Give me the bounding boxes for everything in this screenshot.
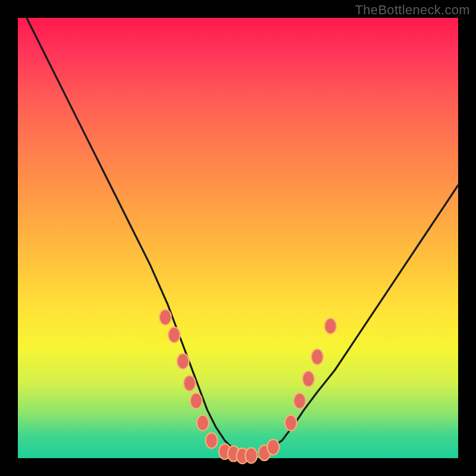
marker-dot: [311, 349, 323, 365]
marker-dot: [184, 375, 196, 391]
marker-dot: [190, 393, 202, 409]
marker-dot: [197, 415, 209, 431]
marker-dot: [324, 318, 336, 334]
plot-area: [18, 18, 458, 458]
marker-dot: [302, 371, 314, 387]
curve-svg: [18, 18, 458, 458]
chart-frame: TheBottleneck.com: [0, 0, 476, 476]
highlight-dots: [159, 309, 337, 464]
marker-dot: [177, 353, 189, 369]
marker-dot: [294, 393, 306, 409]
watermark-text: TheBottleneck.com: [355, 2, 470, 18]
marker-dot: [267, 440, 279, 455]
marker-dot: [206, 433, 218, 448]
bottleneck-curve: [27, 18, 458, 456]
marker-dot: [245, 448, 257, 464]
marker-dot: [168, 327, 180, 343]
marker-dot: [159, 309, 171, 325]
marker-dot: [285, 415, 297, 431]
